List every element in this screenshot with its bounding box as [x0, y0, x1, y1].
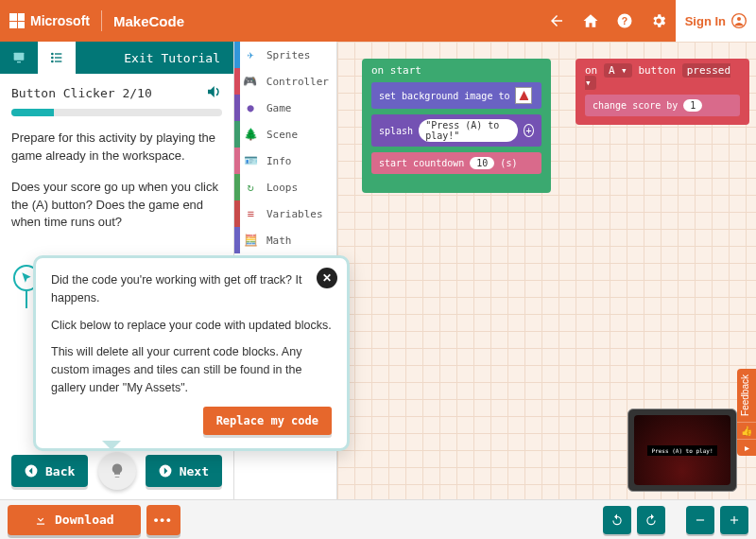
toolbox-cat-math[interactable]: 🧮Math — [234, 227, 336, 253]
svg-point-10 — [51, 61, 54, 63]
redo-icon — [644, 513, 658, 527]
sign-in-button[interactable]: Sign In — [676, 0, 756, 42]
gear-icon[interactable] — [642, 0, 676, 42]
svg-rect-11 — [55, 61, 61, 61]
toolbox-cat-variables[interactable]: ≡Variables — [234, 200, 336, 227]
block-change-score[interactable]: change score by 1 — [585, 95, 740, 116]
tutorial-text: Prepare for this activity by playing the… — [11, 130, 222, 232]
toolbox-cat-scene[interactable]: 🌲Scene — [234, 121, 336, 148]
redo-button[interactable] — [637, 506, 665, 534]
org-name: Microsoft — [30, 13, 90, 28]
splash-text[interactable]: "Press (A) to play!" — [419, 119, 518, 142]
toolbox-cat-info[interactable]: 🪪Info — [234, 148, 336, 174]
brand-name: MakeCode — [113, 13, 184, 29]
toolbox-cat-game[interactable]: ●Game — [234, 95, 336, 121]
on-button-hat: on A ▾ button pressed ▾ — [585, 64, 740, 89]
lightbulb-icon — [109, 462, 126, 479]
block-splash[interactable]: splash "Press (A) to play!" + — [371, 114, 541, 147]
svg-rect-7 — [55, 53, 61, 54]
collapse-icon[interactable]: ▸ — [737, 439, 756, 456]
popup-l3: This will delete all your current code b… — [51, 343, 332, 396]
svg-text:?: ? — [621, 15, 627, 26]
countdown-value[interactable]: 10 — [470, 157, 494, 169]
svg-rect-14 — [696, 519, 704, 520]
view-steps-button[interactable] — [38, 42, 76, 74]
arrow-left-icon — [25, 464, 38, 478]
exit-tutorial-button[interactable]: Exit Tutorial — [76, 51, 233, 65]
plus-icon — [728, 513, 741, 527]
close-icon[interactable]: ✕ — [317, 268, 337, 288]
next-label: Next — [180, 464, 209, 478]
block-on-button[interactable]: on A ▾ button pressed ▾ change score by … — [576, 59, 749, 125]
block-on-start[interactable]: on start set background image to splash … — [362, 59, 551, 193]
tutorial-topbar: Exit Tutorial — [0, 42, 233, 74]
simulator-preview[interactable]: Press (A) to play! — [627, 409, 737, 492]
replace-code-button[interactable]: Replace my code — [203, 407, 332, 435]
svg-rect-5 — [17, 61, 21, 62]
sign-in-label: Sign In — [685, 14, 726, 28]
svg-rect-9 — [55, 57, 61, 58]
view-simulator-button[interactable] — [0, 42, 38, 74]
back-label: Back — [45, 464, 75, 478]
microsoft-logo: Microsoft — [9, 13, 90, 28]
cursor-icon — [20, 271, 33, 285]
toolbox-cat-loops[interactable]: ↻Loops — [234, 174, 336, 200]
undo-button[interactable] — [603, 506, 631, 534]
tutorial-title: Button Clicker 2/10 — [11, 86, 152, 100]
zoom-out-button[interactable] — [686, 506, 714, 534]
button-dropdown[interactable]: A ▾ — [604, 63, 632, 78]
tutorial-p2: Does your score go up when you click the… — [11, 179, 222, 233]
undo-icon — [610, 513, 624, 527]
download-label: Download — [55, 513, 114, 527]
app-header: Microsoft MakeCode ? Sign In — [0, 0, 756, 42]
zoom-in-button[interactable] — [720, 506, 748, 534]
download-icon — [34, 513, 47, 527]
home-icon[interactable] — [574, 0, 608, 42]
thumbs-up-icon[interactable]: 👍 — [737, 422, 756, 439]
sim-text: Press (A) to play! — [647, 445, 716, 456]
arrow-right-icon — [159, 464, 172, 478]
download-button[interactable]: Download — [8, 505, 141, 535]
image-picker-icon[interactable] — [515, 87, 532, 104]
svg-rect-4 — [14, 53, 25, 61]
feedback-label: Feedback — [737, 369, 753, 422]
user-icon — [731, 13, 747, 28]
toolbox-cat-sprites[interactable]: ✈Sprites — [234, 42, 336, 68]
popup-l2: Click below to replace your code with up… — [51, 317, 332, 335]
footer: Download ••• — [0, 499, 756, 539]
back-icon[interactable] — [540, 0, 574, 42]
header-divider — [101, 10, 102, 31]
svg-rect-16 — [733, 515, 734, 523]
svg-point-6 — [51, 53, 54, 56]
popup-l1: Did the code you're working with get off… — [51, 271, 332, 307]
ms-grid-icon — [9, 13, 25, 28]
on-start-hat: on start — [371, 64, 541, 77]
svg-point-3 — [737, 17, 741, 21]
score-delta[interactable]: 1 — [683, 99, 702, 112]
tutorial-p1: Prepare for this activity by playing the… — [11, 130, 222, 165]
block-countdown[interactable]: start countdown 10 (s) — [371, 152, 541, 174]
toolbox-cat-controller[interactable]: 🎮Controller — [234, 68, 336, 95]
feedback-tab[interactable]: Feedback 👍 ▸ — [737, 369, 756, 456]
minus-icon — [694, 513, 707, 527]
next-button[interactable]: Next — [146, 455, 222, 487]
plus-icon[interactable]: + — [524, 124, 534, 137]
block-set-bg[interactable]: set background image to — [371, 82, 541, 109]
workspace[interactable]: on start set background image to splash … — [337, 42, 756, 499]
replace-code-popup: ✕ Did the code you're working with get o… — [33, 255, 350, 451]
tutorial-progress — [11, 109, 222, 116]
help-icon[interactable]: ? — [608, 0, 642, 42]
svg-point-8 — [51, 57, 54, 60]
audio-icon[interactable] — [205, 83, 222, 103]
download-more-button[interactable]: ••• — [146, 505, 180, 535]
back-button[interactable]: Back — [11, 455, 88, 487]
